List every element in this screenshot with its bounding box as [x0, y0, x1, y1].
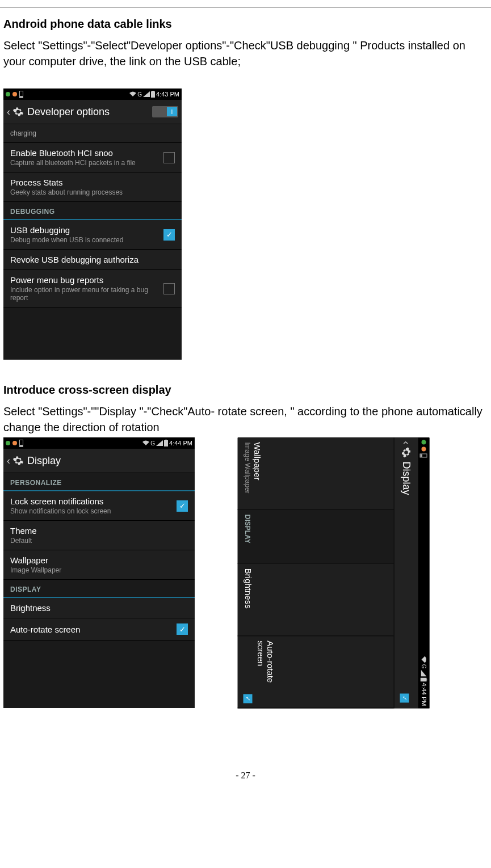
settings-row[interactable]: charging [3, 124, 182, 143]
checkbox-on-icon[interactable] [177, 623, 188, 635]
status-time: 4:44 PM [169, 440, 192, 446]
checkbox-on-icon[interactable]: ✓ [243, 694, 252, 703]
status-time: 4:43 PM [156, 91, 179, 98]
gear-icon [12, 106, 24, 117]
section-header: DISPLAY [3, 580, 195, 598]
row-subtitle: Capture all bluetooth HCI packets in a f… [10, 159, 159, 167]
svg-rect-4 [420, 677, 426, 681]
network-type: G [150, 440, 155, 446]
svg-rect-2 [164, 440, 168, 446]
status-time: 4:44 PM [420, 682, 427, 706]
row-subtitle: Include option in power menu for taking … [10, 286, 159, 302]
settings-row[interactable]: Lock screen notificationsShow notificati… [3, 491, 195, 521]
row-title: Process Stats [10, 178, 175, 187]
settings-row[interactable]: Auto-rotate screen [3, 618, 195, 641]
row-title: Revoke USB debugging authoriza [10, 255, 175, 264]
network-type: G [421, 664, 427, 668]
status-bar: G 4:44 PM [418, 437, 429, 708]
settings-row[interactable]: USB debuggingDebug mode when USB is conn… [3, 220, 182, 250]
title-bar[interactable]: ‹ Display [3, 449, 195, 473]
section-2-body: Select "Settings"-""Display "-"Check"Aut… [3, 403, 488, 435]
row-title: Wallpaper [252, 442, 262, 504]
row-title: Theme [10, 526, 188, 536]
svg-rect-5 [426, 679, 427, 680]
status-dot-icon [421, 446, 426, 451]
battery-icon [420, 677, 427, 681]
screenshot-developer-options: G 4:43 PM ‹ Developer options I charging… [3, 89, 182, 360]
screenshot-display-portrait: G 4:44 PM ‹ Display PERSONALIZELock scre… [3, 437, 195, 708]
settings-row[interactable]: Enable Bluetooth HCI snooCapture all blu… [3, 143, 182, 172]
status-dot-icon [421, 440, 426, 444]
screen-title: Display [27, 455, 191, 467]
screenshot-display-landscape: G 4:44 PM ‹ Display ✓ WallpaperImage Wal… [238, 437, 429, 708]
signal-icon [156, 440, 163, 446]
title-bar[interactable]: ‹ Developer options I [3, 100, 182, 124]
row-title: Auto-rotate screen [10, 625, 172, 634]
back-icon[interactable]: ‹ [7, 455, 10, 467]
settings-row[interactable]: Auto-rotate screen✓ [237, 636, 393, 708]
gear-icon [12, 455, 24, 466]
signal-icon [421, 669, 426, 676]
status-dot-icon [6, 92, 10, 96]
settings-row[interactable]: Process StatsGeeky stats about running p… [3, 172, 182, 202]
section-2-heading: Introduce cross-screen display [3, 384, 488, 397]
settings-row[interactable]: Brightness [3, 598, 195, 618]
checkbox-on-icon[interactable]: ✓ [400, 693, 409, 702]
back-icon[interactable]: ‹ [400, 441, 412, 444]
battery-icon [164, 440, 168, 446]
screen-title: Display [400, 461, 412, 693]
settings-row[interactable]: WallpaperImage Wallpaper [3, 550, 195, 580]
page-number: - 27 - [0, 770, 491, 781]
row-subtitle: Image Wallpaper [10, 566, 188, 574]
svg-rect-0 [151, 91, 155, 98]
row-subtitle: Default [10, 537, 188, 545]
settings-row[interactable]: Power menu bug reportsInclude option in … [3, 270, 182, 307]
signal-icon [143, 91, 150, 97]
section-header: DEBUGGING [3, 202, 182, 220]
svg-rect-3 [165, 440, 167, 440]
row-title: Lock screen notifications [10, 496, 172, 506]
status-dot-icon [12, 92, 17, 96]
row-title: DISPLAY [243, 514, 251, 558]
master-toggle[interactable]: I [152, 106, 178, 117]
settings-row[interactable]: Brightness [237, 563, 393, 635]
status-dot-icon [6, 441, 10, 445]
row-title: Brightness [243, 568, 253, 630]
top-rule [0, 7, 491, 7]
settings-row[interactable]: WallpaperImage Wallpaper [237, 437, 393, 509]
wifi-icon [129, 91, 136, 97]
row-subtitle: Debug mode when USB is connected [10, 236, 159, 244]
row-title: Wallpaper [10, 555, 188, 565]
checkbox-off-icon[interactable] [163, 283, 175, 294]
status-battery-small-icon [19, 91, 23, 98]
screen-title: Developer options [27, 106, 152, 118]
row-title: charging [10, 129, 175, 137]
checkbox-on-icon[interactable] [163, 229, 175, 241]
checkbox-off-icon[interactable] [163, 152, 175, 163]
section-1-body: Select "Settings"-"Select"Developer opti… [3, 37, 488, 69]
settings-row[interactable]: Revoke USB debugging authoriza [3, 250, 182, 270]
wifi-icon [421, 656, 426, 663]
back-icon[interactable]: ‹ [7, 106, 10, 118]
svg-rect-1 [152, 91, 154, 91]
row-title: Power menu bug reports [10, 275, 159, 285]
status-battery-small-icon [420, 453, 427, 457]
gear-icon [400, 446, 412, 458]
battery-icon [151, 91, 155, 98]
row-subtitle: Image Wallpaper [243, 442, 251, 504]
status-battery-small-icon [19, 440, 23, 447]
row-title: Enable Bluetooth HCI snoo [10, 148, 159, 158]
checkbox-on-icon[interactable] [177, 500, 188, 512]
row-title: Brightness [10, 603, 188, 613]
section-header: DISPLAY [237, 509, 393, 563]
wifi-icon [142, 440, 149, 446]
network-type: G [137, 91, 142, 98]
settings-row[interactable]: ThemeDefault [3, 521, 195, 550]
section-header: PERSONALIZE [3, 473, 195, 491]
row-subtitle: Geeky stats about running processes [10, 188, 175, 196]
status-bar: G 4:43 PM [3, 89, 182, 100]
row-subtitle: Show notifications on lock screen [10, 507, 172, 515]
row-title: USB debugging [10, 225, 159, 235]
title-bar[interactable]: ‹ Display ✓ [393, 437, 418, 708]
section-1-heading: Android phone data cable links [3, 18, 488, 31]
